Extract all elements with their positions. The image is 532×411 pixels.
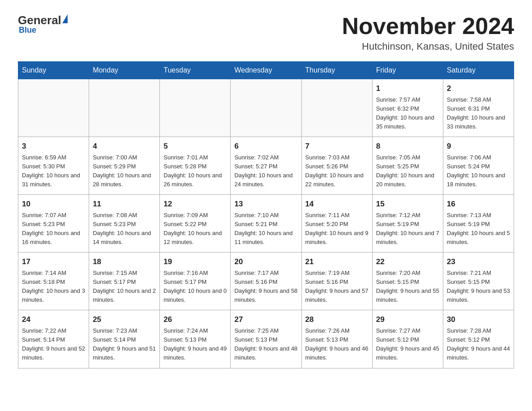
day-info: Sunrise: 7:23 AM Sunset: 5:14 PM Dayligh… (93, 326, 156, 363)
day-info: Sunrise: 7:13 AM Sunset: 5:19 PM Dayligh… (447, 211, 510, 247)
calendar-cell (160, 79, 231, 137)
day-number: 11 (93, 198, 156, 210)
day-number: 1 (376, 83, 439, 94)
day-number: 17 (22, 256, 85, 268)
day-info: Sunrise: 7:07 AM Sunset: 5:23 PM Dayligh… (22, 211, 85, 247)
day-info: Sunrise: 7:24 AM Sunset: 5:13 PM Dayligh… (163, 326, 227, 363)
calendar-cell: 4Sunrise: 7:00 AM Sunset: 5:29 PM Daylig… (89, 137, 160, 195)
day-number: 3 (22, 141, 85, 152)
weekday-header-wednesday: Wednesday (231, 62, 301, 79)
weekday-header-monday: Monday (89, 62, 160, 79)
day-info: Sunrise: 7:09 AM Sunset: 5:22 PM Dayligh… (163, 211, 227, 247)
day-info: Sunrise: 7:20 AM Sunset: 5:15 PM Dayligh… (376, 269, 439, 305)
day-number: 26 (163, 314, 227, 325)
calendar-week-row: 3Sunrise: 6:59 AM Sunset: 5:30 PM Daylig… (18, 137, 514, 195)
calendar-cell: 19Sunrise: 7:16 AM Sunset: 5:17 PM Dayli… (160, 253, 231, 310)
day-number: 14 (305, 198, 369, 210)
day-info: Sunrise: 7:25 AM Sunset: 5:13 PM Dayligh… (234, 326, 297, 363)
day-info: Sunrise: 7:11 AM Sunset: 5:20 PM Dayligh… (305, 211, 369, 247)
calendar-week-row: 24Sunrise: 7:22 AM Sunset: 5:14 PM Dayli… (18, 310, 514, 368)
day-info: Sunrise: 7:58 AM Sunset: 6:31 PM Dayligh… (447, 95, 510, 132)
calendar-cell: 15Sunrise: 7:12 AM Sunset: 5:19 PM Dayli… (372, 195, 443, 253)
day-info: Sunrise: 6:59 AM Sunset: 5:30 PM Dayligh… (22, 153, 85, 189)
day-info: Sunrise: 7:19 AM Sunset: 5:16 PM Dayligh… (305, 269, 369, 305)
calendar-cell: 25Sunrise: 7:23 AM Sunset: 5:14 PM Dayli… (89, 310, 160, 368)
day-number: 16 (447, 198, 510, 210)
day-number: 4 (93, 141, 156, 152)
day-number: 18 (93, 256, 156, 268)
calendar-cell: 22Sunrise: 7:20 AM Sunset: 5:15 PM Dayli… (372, 253, 443, 310)
calendar-cell: 27Sunrise: 7:25 AM Sunset: 5:13 PM Dayli… (231, 310, 301, 368)
calendar-cell: 9Sunrise: 7:06 AM Sunset: 5:24 PM Daylig… (443, 137, 514, 195)
day-info: Sunrise: 7:21 AM Sunset: 5:15 PM Dayligh… (447, 269, 510, 305)
day-info: Sunrise: 7:14 AM Sunset: 5:18 PM Dayligh… (22, 269, 85, 305)
day-number: 13 (234, 198, 297, 210)
calendar-cell: 23Sunrise: 7:21 AM Sunset: 5:15 PM Dayli… (443, 253, 514, 310)
calendar-cell: 8Sunrise: 7:05 AM Sunset: 5:25 PM Daylig… (372, 137, 443, 195)
day-info: Sunrise: 7:57 AM Sunset: 6:32 PM Dayligh… (376, 95, 439, 132)
day-info: Sunrise: 7:10 AM Sunset: 5:21 PM Dayligh… (234, 211, 297, 247)
calendar-cell: 1Sunrise: 7:57 AM Sunset: 6:32 PM Daylig… (372, 79, 443, 137)
day-info: Sunrise: 7:16 AM Sunset: 5:17 PM Dayligh… (163, 269, 227, 305)
day-info: Sunrise: 7:01 AM Sunset: 5:28 PM Dayligh… (163, 153, 227, 189)
calendar-week-row: 1Sunrise: 7:57 AM Sunset: 6:32 PM Daylig… (18, 79, 514, 137)
weekday-header-saturday: Saturday (443, 62, 514, 79)
day-number: 5 (163, 141, 227, 152)
day-number: 30 (447, 314, 510, 325)
calendar-cell: 14Sunrise: 7:11 AM Sunset: 5:20 PM Dayli… (301, 195, 372, 253)
day-info: Sunrise: 7:05 AM Sunset: 5:25 PM Dayligh… (376, 153, 439, 189)
day-info: Sunrise: 7:22 AM Sunset: 5:14 PM Dayligh… (22, 326, 85, 363)
calendar-cell: 10Sunrise: 7:07 AM Sunset: 5:23 PM Dayli… (18, 195, 89, 253)
page-header: General Blue November 2024 Hutchinson, K… (18, 13, 514, 52)
calendar-cell (301, 79, 372, 137)
calendar-cell: 28Sunrise: 7:26 AM Sunset: 5:13 PM Dayli… (301, 310, 372, 368)
title-area: November 2024 Hutchinson, Kansas, United… (342, 13, 514, 52)
day-info: Sunrise: 7:28 AM Sunset: 5:12 PM Dayligh… (447, 326, 510, 363)
day-info: Sunrise: 7:02 AM Sunset: 5:27 PM Dayligh… (234, 153, 297, 189)
logo-triangle-icon (62, 14, 68, 23)
calendar-header-row: SundayMondayTuesdayWednesdayThursdayFrid… (18, 62, 514, 79)
day-number: 19 (163, 256, 227, 268)
calendar-table: SundayMondayTuesdayWednesdayThursdayFrid… (18, 61, 514, 368)
day-number: 24 (22, 314, 85, 325)
day-info: Sunrise: 7:26 AM Sunset: 5:13 PM Dayligh… (305, 326, 369, 363)
calendar-week-row: 17Sunrise: 7:14 AM Sunset: 5:18 PM Dayli… (18, 253, 514, 310)
calendar-cell: 12Sunrise: 7:09 AM Sunset: 5:22 PM Dayli… (160, 195, 231, 253)
calendar-week-row: 10Sunrise: 7:07 AM Sunset: 5:23 PM Dayli… (18, 195, 514, 253)
calendar-cell: 24Sunrise: 7:22 AM Sunset: 5:14 PM Dayli… (18, 310, 89, 368)
day-number: 28 (305, 314, 369, 325)
calendar-cell: 16Sunrise: 7:13 AM Sunset: 5:19 PM Dayli… (443, 195, 514, 253)
weekday-header-tuesday: Tuesday (160, 62, 231, 79)
day-number: 29 (376, 314, 439, 325)
day-number: 23 (447, 256, 510, 268)
location-subtitle: Hutchinson, Kansas, United States (342, 41, 514, 52)
calendar-cell: 2Sunrise: 7:58 AM Sunset: 6:31 PM Daylig… (443, 79, 514, 137)
calendar-cell (89, 79, 160, 137)
calendar-cell: 5Sunrise: 7:01 AM Sunset: 5:28 PM Daylig… (160, 137, 231, 195)
day-info: Sunrise: 7:08 AM Sunset: 5:23 PM Dayligh… (93, 211, 156, 247)
day-number: 9 (447, 141, 510, 152)
day-number: 12 (163, 198, 227, 210)
month-title: November 2024 (342, 13, 514, 39)
day-number: 21 (305, 256, 369, 268)
weekday-header-sunday: Sunday (18, 62, 89, 79)
day-number: 7 (305, 141, 369, 152)
day-info: Sunrise: 7:03 AM Sunset: 5:26 PM Dayligh… (305, 153, 369, 189)
day-info: Sunrise: 7:00 AM Sunset: 5:29 PM Dayligh… (93, 153, 156, 189)
day-info: Sunrise: 7:15 AM Sunset: 5:17 PM Dayligh… (93, 269, 156, 305)
calendar-cell: 7Sunrise: 7:03 AM Sunset: 5:26 PM Daylig… (301, 137, 372, 195)
weekday-header-thursday: Thursday (301, 62, 372, 79)
calendar-cell (18, 79, 89, 137)
calendar-cell: 3Sunrise: 6:59 AM Sunset: 5:30 PM Daylig… (18, 137, 89, 195)
calendar-cell: 21Sunrise: 7:19 AM Sunset: 5:16 PM Dayli… (301, 253, 372, 310)
logo: General Blue (18, 13, 68, 35)
day-number: 15 (376, 198, 439, 210)
calendar-cell: 30Sunrise: 7:28 AM Sunset: 5:12 PM Dayli… (443, 310, 514, 368)
day-info: Sunrise: 7:17 AM Sunset: 5:16 PM Dayligh… (234, 269, 297, 305)
calendar-cell: 13Sunrise: 7:10 AM Sunset: 5:21 PM Dayli… (231, 195, 301, 253)
day-number: 27 (234, 314, 297, 325)
calendar-cell: 17Sunrise: 7:14 AM Sunset: 5:18 PM Dayli… (18, 253, 89, 310)
weekday-header-friday: Friday (372, 62, 443, 79)
calendar-cell: 18Sunrise: 7:15 AM Sunset: 5:17 PM Dayli… (89, 253, 160, 310)
day-info: Sunrise: 7:06 AM Sunset: 5:24 PM Dayligh… (447, 153, 510, 189)
